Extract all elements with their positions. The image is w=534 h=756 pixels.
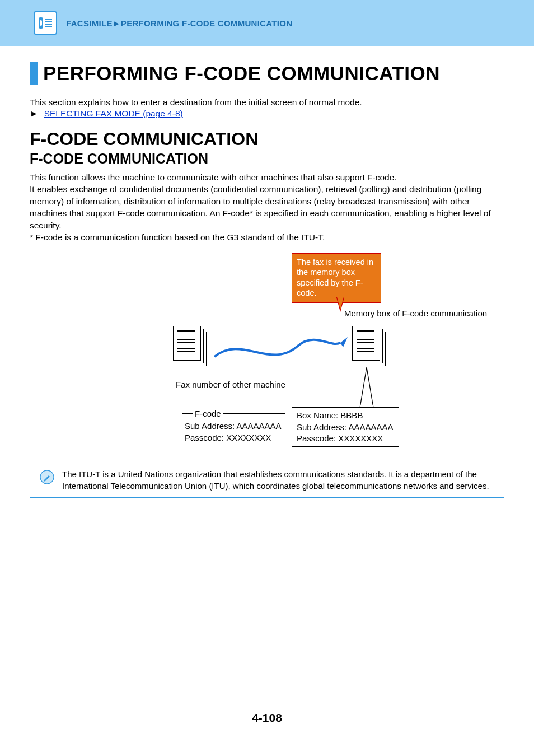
transmission-arrow (209, 332, 354, 371)
arrow-icon: ► (30, 109, 38, 118)
fcode-label: F-code (195, 409, 221, 418)
svg-marker-8 (340, 337, 348, 347)
sub-title: F-CODE COMMUNICATION (30, 151, 504, 167)
svg-rect-7 (336, 296, 345, 297)
svg-marker-6 (336, 296, 344, 311)
link-row: ► SELECTING FAX MODE (page 4-8) (30, 109, 504, 119)
box2-passcode: Passcode: XXXXXXXX (297, 433, 394, 444)
main-title-row: PERFORMING F-CODE COMMUNICATION (30, 62, 504, 85)
receiver-memory-box: Box Name: BBBB Sub Address: AAAAAAAA Pas… (292, 407, 399, 447)
note-block: The ITU-T is a United Nations organizati… (30, 469, 504, 492)
svg-marker-9 (360, 367, 373, 408)
title-accent-bar (30, 62, 38, 85)
intro-text: This section explains how to enter a des… (30, 97, 504, 108)
box2-sub-address: Sub Address: AAAAAAAA (297, 422, 394, 433)
svg-rect-5 (45, 26, 52, 27)
fcode-connector-vert (182, 413, 182, 418)
note-separator-bottom (30, 497, 504, 498)
memory-box-label: Memory box of F-code communication (344, 309, 487, 319)
content-area: PERFORMING F-CODE COMMUNICATION This sec… (0, 46, 534, 498)
header-bar: FACSIMILE►PERFORMING F-CODE COMMUNICATIO… (0, 0, 534, 46)
svg-rect-1 (40, 20, 42, 26)
svg-rect-4 (45, 24, 52, 25)
page-title: PERFORMING F-CODE COMMUNICATION (43, 62, 440, 85)
fax-icon (34, 11, 57, 35)
memory-callout: The fax is received in the memory box sp… (292, 253, 381, 303)
pencil-note-icon (40, 470, 54, 484)
sender-fcode-box: Sub Address: AAAAAAAA Passcode: XXXXXXXX (180, 418, 287, 446)
diagram: The fax is received in the memory box sp… (30, 253, 504, 461)
fax-number-label: Fax number of other machine (176, 380, 285, 390)
fcode-connector-left (182, 413, 193, 414)
svg-rect-3 (45, 21, 52, 22)
selecting-fax-mode-link[interactable]: SELECTING FAX MODE (page 4-8) (44, 109, 183, 118)
svg-rect-2 (45, 19, 52, 20)
page-number: 4-108 (0, 711, 534, 725)
section-title: F-CODE COMMUNICATION (30, 129, 504, 150)
note-separator-top (30, 464, 504, 464)
breadcrumb: FACSIMILE►PERFORMING F-CODE COMMUNICATIO… (66, 18, 292, 28)
fcode-connector-right (223, 413, 285, 414)
box1-passcode: Passcode: XXXXXXXX (185, 432, 282, 444)
note-text: The ITU-T is a United Nations organizati… (62, 469, 502, 492)
body-text: This function allows the machine to comm… (30, 171, 504, 243)
box1-sub-address: Sub Address: AAAAAAAA (185, 421, 282, 432)
box2-pointer (357, 367, 379, 409)
box2-box-name: Box Name: BBBB (297, 410, 394, 421)
